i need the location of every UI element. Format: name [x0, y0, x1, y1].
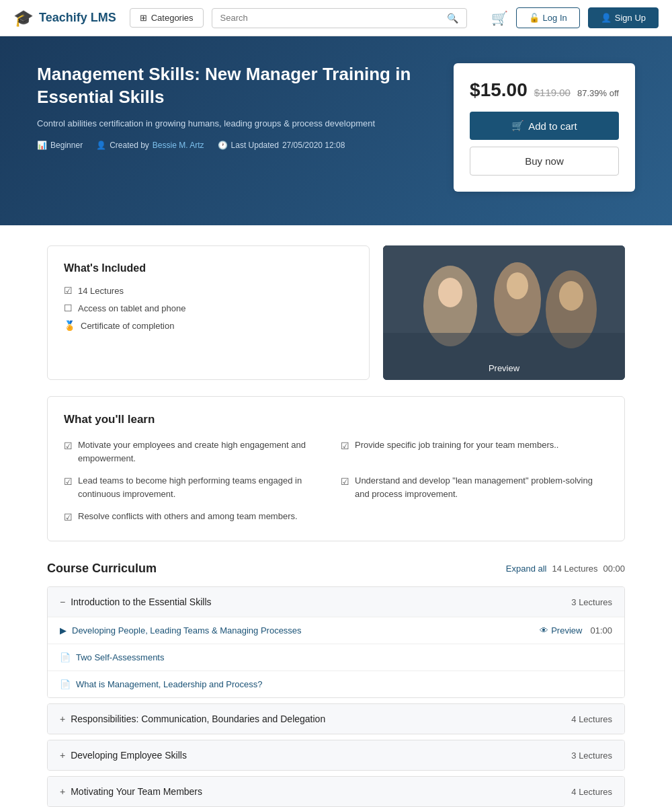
total-time: 00:00: [603, 564, 625, 574]
level-badge: 📊 Beginner: [37, 141, 83, 150]
section-header-2[interactable]: + Developing Employee Skills 3 Lectures: [48, 740, 624, 770]
toggle-icon-0: −: [60, 597, 65, 607]
section-header-1[interactable]: + Responsibilities: Communication, Bound…: [48, 704, 624, 734]
lecture-row-2: 📄 What is Management, Leadership and Pro…: [48, 670, 624, 697]
discount-text: 87.39% off: [577, 88, 619, 98]
price-card: $15.00 $119.00 87.39% off 🛒 Add to cart …: [454, 63, 635, 192]
learn-item-3: ☑ Provide specific job training for your…: [341, 438, 608, 465]
header: 🎓 Teachify LMS ⊞ Categories 🔍 🛒 🔓 Log In…: [0, 0, 672, 36]
clock-icon: 🕐: [218, 141, 228, 150]
section-header-3[interactable]: + Motivating Your Team Members 4 Lecture…: [48, 777, 624, 806]
eye-icon: 👁: [540, 625, 548, 636]
search-bar: 🔍: [212, 8, 467, 28]
check-icon-3: ☑: [341, 439, 349, 453]
login-button[interactable]: 🔓 Log In: [516, 7, 580, 28]
grid-icon: ⊞: [140, 13, 147, 23]
lecture-right-0: 👁 Preview 01:00: [540, 625, 612, 636]
lecture-row-0: ▶ Developing People, Leading Teams & Man…: [48, 617, 624, 644]
hero-section: Management Skills: New Manager Training …: [0, 36, 672, 225]
lecture-title-1[interactable]: Two Self-Assessments: [76, 652, 165, 662]
toggle-icon-3: +: [60, 786, 65, 797]
lectures-icon: ☑: [64, 285, 73, 296]
section-row-1: + Responsibilities: Communication, Bound…: [47, 703, 625, 734]
cart-icon[interactable]: 🛒: [491, 10, 508, 26]
play-icon-0: ▶: [60, 625, 67, 636]
search-input[interactable]: [220, 13, 447, 23]
check-icon-0: ☑: [64, 439, 73, 453]
learn-title: What you'll learn: [64, 413, 608, 426]
section-lectures-0: 3 Lectures: [571, 597, 612, 607]
learn-text-1: Lead teams to become high performing tea…: [78, 474, 331, 500]
section-header-left-1: + Responsibilities: Communication, Bound…: [60, 714, 325, 724]
section-title-3: Motivating Your Team Members: [71, 786, 202, 797]
section-title-2: Developing Employee Skills: [71, 750, 187, 761]
learn-text-4: Understand and develop "lean management"…: [355, 474, 608, 500]
preview-link-0[interactable]: 👁 Preview: [540, 625, 582, 636]
doc-icon-1: 📄: [60, 652, 71, 662]
cart-add-icon: 🛒: [511, 120, 524, 132]
learn-text-2: Resolve conflicts with others and among …: [78, 510, 298, 523]
svg-point-6: [507, 272, 528, 299]
section-header-0[interactable]: − Introduction to the Essential Skills 3…: [48, 587, 624, 617]
logo-icon: 🎓: [13, 9, 34, 28]
tablet-icon: ☐: [64, 303, 73, 313]
doc-icon-2: 📄: [60, 679, 71, 689]
learn-text-3: Provide specific job training for your t…: [355, 438, 558, 452]
preview-label: Preview: [489, 363, 519, 373]
check-icon-4: ☑: [341, 475, 349, 489]
original-price: $119.00: [534, 87, 571, 98]
section-header-left-2: + Developing Employee Skills: [60, 750, 187, 761]
lecture-duration-0: 01:00: [590, 625, 612, 636]
section-header-left-0: − Introduction to the Essential Skills: [60, 597, 212, 607]
learn-item-0: ☑ Motivate your employees and create hig…: [64, 438, 331, 465]
buy-now-button[interactable]: Buy now: [470, 147, 619, 176]
author-info: 👤 Created by Bessie M. Artz: [96, 141, 204, 150]
curriculum-meta: Expand all 14 Lectures 00:00: [506, 564, 625, 574]
lecture-title-2[interactable]: What is Management, Leadership and Proce…: [76, 679, 263, 689]
included-card: What's Included ☑ 14 Lectures ☐ Access o…: [47, 245, 370, 380]
svg-point-5: [438, 278, 462, 307]
add-to-cart-button[interactable]: 🛒 Add to cart: [470, 112, 619, 140]
lecture-title-0[interactable]: Developing People, Leading Teams & Manag…: [72, 625, 302, 636]
included-item-0: ☑ 14 Lectures: [64, 285, 353, 296]
learn-section: What you'll learn ☑ Motivate your employ…: [47, 396, 625, 541]
hero-content: Management Skills: New Manager Training …: [37, 63, 427, 192]
included-item-2: 🏅 Certificate of completion: [64, 320, 353, 331]
included-text-0: 14 Lectures: [78, 286, 124, 296]
lock-icon: 🔓: [529, 13, 540, 23]
section-header-left-3: + Motivating Your Team Members: [60, 786, 202, 797]
total-lectures: 14 Lectures: [552, 564, 598, 574]
included-text-2: Certificate of completion: [81, 321, 174, 331]
section-title-0: Introduction to the Essential Skills: [71, 597, 211, 607]
expand-all-button[interactable]: Expand all: [506, 564, 547, 574]
bar-chart-icon: 📊: [37, 141, 47, 150]
curriculum-header: Course Curriculum Expand all 14 Lectures…: [47, 562, 625, 576]
learn-text-0: Motivate your employees and create high …: [78, 438, 331, 465]
section-lectures-1: 4 Lectures: [571, 714, 612, 724]
learn-item-4: ☑ Understand and develop "lean managemen…: [341, 474, 608, 500]
lecture-left-2: 📄 What is Management, Leadership and Pro…: [60, 679, 263, 689]
toggle-icon-1: +: [60, 714, 65, 724]
lecture-left-0: ▶ Developing People, Leading Teams & Man…: [60, 625, 302, 636]
section-row-0: − Introduction to the Essential Skills 3…: [47, 586, 625, 698]
top-section: What's Included ☑ 14 Lectures ☐ Access o…: [47, 245, 625, 380]
learn-item-1: ☑ Lead teams to become high performing t…: [64, 474, 331, 500]
included-title: What's Included: [64, 262, 353, 274]
included-text-1: Access on tablet and phone: [78, 303, 185, 313]
hero-meta: 📊 Beginner 👤 Created by Bessie M. Artz 🕐…: [37, 141, 427, 150]
signup-button[interactable]: 👤 Sign Up: [588, 7, 659, 28]
learn-grid: ☑ Motivate your employees and create hig…: [64, 438, 608, 525]
user-plus-icon: 👤: [601, 13, 612, 23]
video-preview[interactable]: ▶ Preview: [383, 245, 625, 380]
learn-item-2: ☑ Resolve conflicts with others and amon…: [64, 510, 331, 525]
thumbnail-svg: [383, 245, 625, 380]
price-row: $15.00 $119.00 87.39% off: [470, 79, 619, 101]
curriculum-title: Course Curriculum: [47, 562, 157, 576]
categories-button[interactable]: ⊞ Categories: [130, 8, 204, 28]
current-price: $15.00: [470, 79, 528, 101]
toggle-icon-2: +: [60, 750, 65, 761]
check-icon-2: ☑: [64, 510, 73, 525]
certificate-icon: 🏅: [64, 320, 75, 331]
section-title-1: Responsibilities: Communication, Boundar…: [71, 714, 325, 724]
svg-point-7: [559, 281, 583, 311]
